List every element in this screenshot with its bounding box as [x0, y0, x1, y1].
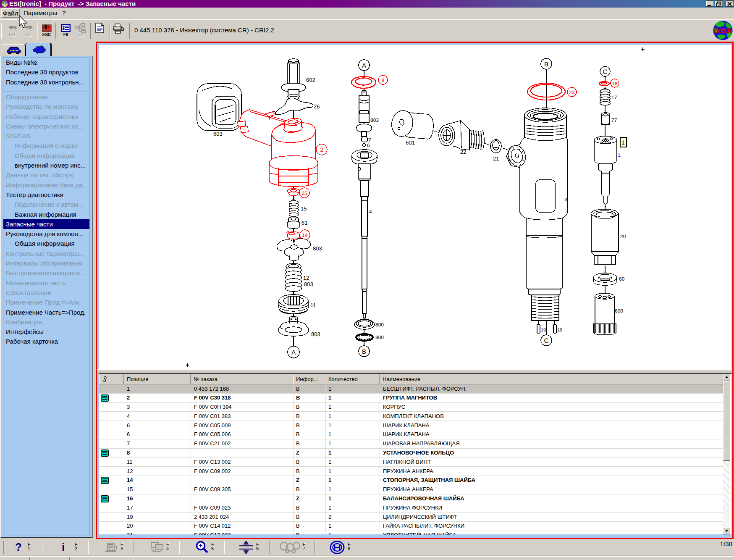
svg-text:601: 601 — [406, 139, 415, 146]
svg-text:19: 19 — [557, 328, 562, 333]
svg-text:BOSCH: BOSCH — [714, 27, 732, 34]
svg-text:14: 14 — [302, 232, 308, 238]
svg-text:6: 6 — [367, 142, 370, 148]
svg-text:12: 12 — [303, 275, 309, 281]
svg-text:800: 800 — [375, 322, 384, 328]
svg-text:C: C — [603, 68, 608, 76]
svg-text:602: 602 — [306, 77, 315, 83]
svg-text:60: 60 — [619, 276, 625, 282]
svg-text:803: 803 — [311, 331, 320, 337]
svg-text:77: 77 — [611, 117, 617, 123]
svg-text:21: 21 — [493, 155, 499, 162]
svg-text:803: 803 — [370, 117, 379, 123]
svg-text:800: 800 — [375, 334, 384, 340]
svg-text:19: 19 — [541, 328, 546, 333]
svg-text:26: 26 — [314, 103, 320, 110]
svg-text:16: 16 — [612, 82, 617, 87]
svg-text:2: 2 — [320, 147, 323, 153]
svg-text:8: 8 — [382, 77, 385, 83]
svg-text:A: A — [362, 62, 366, 69]
svg-text:A: A — [291, 349, 296, 356]
svg-text:11: 11 — [310, 302, 316, 308]
svg-text:B: B — [362, 348, 366, 355]
svg-text:7: 7 — [368, 137, 371, 143]
svg-text:C: C — [544, 337, 549, 344]
svg-text:B: B — [544, 61, 548, 68]
svg-text:600: 600 — [615, 308, 623, 314]
svg-text:803: 803 — [313, 245, 322, 252]
svg-text:15: 15 — [301, 205, 307, 212]
svg-text:17: 17 — [611, 95, 617, 100]
svg-text:23: 23 — [569, 89, 575, 95]
svg-text:22: 22 — [460, 149, 466, 155]
svg-text:3: 3 — [564, 197, 567, 202]
svg-text:61: 61 — [301, 220, 307, 226]
svg-text:803: 803 — [304, 281, 313, 287]
svg-text:603: 603 — [213, 131, 223, 137]
svg-text:1: 1 — [621, 139, 625, 146]
svg-text:25: 25 — [301, 190, 307, 196]
svg-text:20: 20 — [620, 234, 626, 239]
svg-text:1: 1 — [618, 152, 621, 158]
svg-text:4: 4 — [369, 209, 372, 215]
